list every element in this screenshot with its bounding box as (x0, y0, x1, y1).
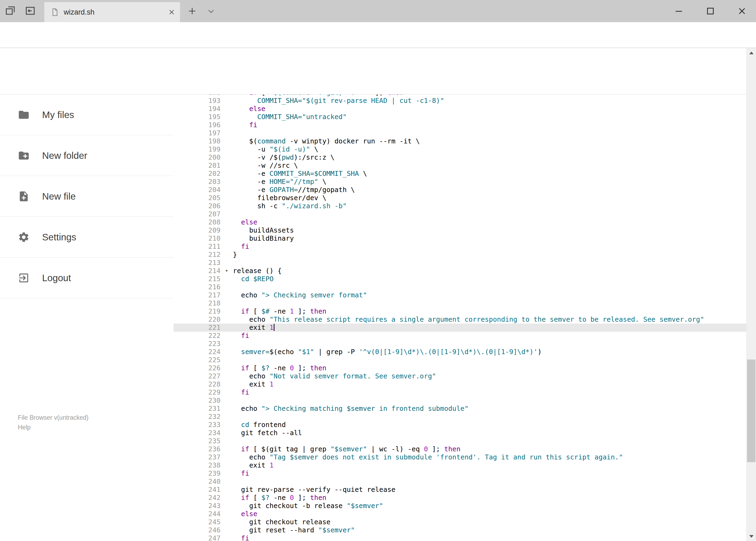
sidebar-item-label: My files (42, 109, 74, 120)
code-line[interactable]: 213 (173, 259, 747, 267)
scrollbar[interactable] (746, 48, 756, 541)
code-line[interactable]: 231 echo "> Checking matching $semver in… (173, 405, 747, 413)
code-line[interactable]: 239 fi (173, 469, 747, 477)
line-number: 208 (173, 218, 220, 226)
line-number: 212 (173, 251, 220, 259)
sidebar-item-settings[interactable]: Settings (0, 217, 173, 258)
scroll-down-button[interactable] (747, 532, 756, 541)
code-line[interactable]: 240 (173, 477, 747, 486)
code-line[interactable]: 220 echo "This release script requires a… (173, 315, 747, 323)
sidebar-item-logout[interactable]: Logout (0, 258, 173, 298)
code-line[interactable]: 227 echo "Not valid semver format. See s… (173, 372, 747, 380)
code-line[interactable]: 242 if [ $? -ne 0 ]; then (173, 494, 747, 502)
code-line[interactable]: 247 fi (173, 534, 747, 541)
code-line[interactable]: 237 echo "Tag $semver does not exist in … (173, 453, 747, 461)
code-line[interactable]: 223 (173, 340, 747, 348)
version-text: File Browser v(untracked) (18, 413, 89, 422)
code-line[interactable]: 203 -e HOME="//tmp" \ (173, 178, 747, 186)
code-line[interactable]: 219 if [ $# -ne 1 ]; then (173, 307, 747, 315)
code-line[interactable]: 214▾release () { (173, 267, 747, 275)
line-number: 205 (173, 194, 220, 202)
line-number: 246 (173, 526, 220, 534)
code-editor[interactable]: 192 if [ "$(command -v git)" != "" ]; th… (173, 95, 747, 541)
code-line[interactable]: 198 $(command -v winpty) docker run --rm… (173, 137, 747, 145)
code-line[interactable]: 192 if [ "$(command -v git)" != "" ]; th… (173, 95, 747, 97)
minimize-button[interactable] (666, 0, 691, 22)
code-line[interactable]: 209 buildAssets (173, 226, 747, 235)
sidebar-item-new-folder[interactable]: New folder (0, 135, 173, 176)
tab-preview-button[interactable] (206, 6, 216, 16)
code-line[interactable]: 216 (173, 283, 747, 291)
code-line[interactable]: 201 -w //src \ (173, 162, 747, 170)
code-text: fi (220, 332, 747, 340)
code-line[interactable]: 224 semver=$(echo "$1" | grep -P '^v(0|[… (173, 348, 747, 356)
chevron-down-icon (206, 6, 216, 16)
code-line[interactable]: 245 git checkout release (173, 518, 747, 526)
code-line[interactable]: 238 exit 1 (173, 461, 747, 469)
line-number: 200 (173, 154, 220, 162)
code-line[interactable]: 230 (173, 396, 747, 405)
code-text (220, 396, 747, 405)
code-text (220, 437, 747, 445)
maximize-button[interactable] (698, 0, 723, 22)
sidebar-item-my-files[interactable]: My files (0, 95, 173, 135)
scroll-up-button[interactable] (747, 48, 756, 58)
code-line[interactable]: 205 filebrowser/dev \ (173, 194, 747, 202)
code-line[interactable]: 208 else (173, 218, 747, 226)
code-line[interactable]: 193 COMMIT_SHA="$(git rev-parse HEAD | c… (173, 97, 747, 105)
code-line[interactable]: 229 fi (173, 388, 747, 396)
code-line[interactable]: 204 -e GOPATH=//tmp/gopath \ (173, 186, 747, 194)
code-line[interactable]: 210 buildBinary (173, 235, 747, 243)
code-line[interactable]: 197 (173, 129, 747, 137)
code-line[interactable]: 226 if [ $? -ne 0 ]; then (173, 364, 747, 372)
code-text: sh -c "./wizard.sh -b" (220, 202, 747, 210)
code-line[interactable]: 200 -v /$(pwd):/src:z \ (173, 154, 747, 162)
code-line[interactable]: 217 echo "> Checking semver format" (173, 291, 747, 299)
code-line[interactable]: 215 cd $REPO (173, 275, 747, 283)
code-line[interactable]: 222 fi (173, 332, 747, 340)
code-text (220, 283, 747, 291)
line-number: 214▾ (173, 267, 220, 275)
code-line[interactable]: 244 else (173, 510, 747, 518)
code-line[interactable]: 199 -u "$(id -u)" \ (173, 145, 747, 154)
code-line[interactable]: 236 if [ $(git tag | grep "$semver" | wc… (173, 445, 747, 453)
help-link[interactable]: Help (18, 422, 89, 432)
code-line[interactable]: 207 (173, 210, 747, 218)
code-line[interactable]: 235 (173, 437, 747, 445)
code-line[interactable]: 232 (173, 413, 747, 421)
set-tabs-aside-button[interactable] (24, 5, 36, 17)
code-line[interactable]: 196 fi (173, 121, 747, 129)
code-text: fi (220, 534, 747, 541)
code-line[interactable]: 234 git fetch --all (173, 429, 747, 437)
tab-close-button[interactable] (167, 8, 176, 16)
code-line[interactable]: 206 sh -c "./wizard.sh -b" (173, 202, 747, 210)
code-text: fi (220, 388, 747, 396)
line-number: 247 (173, 534, 220, 541)
tabs-set-aside-list-button[interactable] (4, 5, 16, 17)
code-line[interactable]: 241 git rev-parse --verify --quiet relea… (173, 486, 747, 494)
code-text: git checkout release (220, 518, 747, 526)
code-line[interactable]: 195 COMMIT_SHA="untracked" (173, 113, 747, 121)
code-line[interactable]: 243 git checkout -b release "$semver" (173, 502, 747, 510)
code-line[interactable]: 221 exit 1 (173, 323, 747, 332)
new-tab-button[interactable] (187, 6, 197, 16)
code-line[interactable]: 228 exit 1 (173, 380, 747, 388)
line-number: 198 (173, 137, 220, 145)
code-line[interactable]: 218 (173, 299, 747, 307)
code-line[interactable]: 212} (173, 251, 747, 259)
code-line[interactable]: 233 cd frontend (173, 421, 747, 429)
line-number: 199 (173, 145, 220, 154)
code-line[interactable]: 202 -e COMMIT_SHA=$COMMIT_SHA \ (173, 170, 747, 178)
code-line[interactable]: 225 (173, 356, 747, 364)
browser-tab[interactable]: wizard.sh (44, 2, 180, 22)
line-number: 221 (173, 323, 220, 332)
tab-bar: wizard.sh (0, 0, 756, 22)
fold-arrow-icon[interactable]: ▾ (225, 267, 228, 275)
scroll-thumb[interactable] (747, 359, 755, 462)
code-line[interactable]: 194 else (173, 105, 747, 113)
line-number: 195 (173, 113, 220, 121)
sidebar-item-new-file[interactable]: New file (0, 176, 173, 217)
close-window-button[interactable] (729, 0, 755, 22)
code-line[interactable]: 211 fi (173, 243, 747, 251)
code-line[interactable]: 246 git reset --hard "$semver" (173, 526, 747, 534)
